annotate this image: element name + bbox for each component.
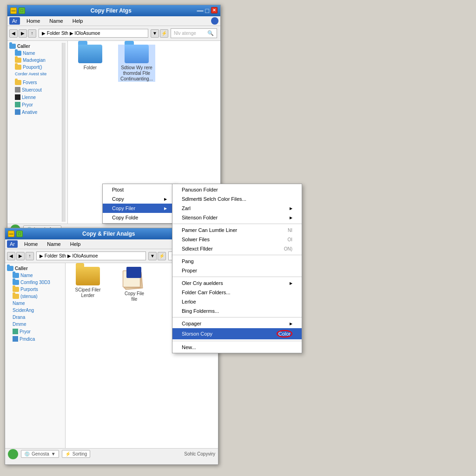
dropdown-btn-2[interactable]: ▼ xyxy=(148,252,157,260)
sidebar-1: Caller Name Madvegian Pouport() Corder A… xyxy=(7,41,68,224)
sub-sep-2 xyxy=(172,255,302,255)
up-button-1[interactable]: ↑ xyxy=(28,29,36,38)
context-menu-1: Ptost Copy Copy Filer Copy Folde xyxy=(102,184,177,224)
sidebar-w2-drana[interactable]: Drana xyxy=(7,314,63,321)
sidebar-pryor[interactable]: Pryor xyxy=(9,101,62,108)
sub-proper[interactable]: Proper xyxy=(172,266,302,275)
nav-bar-1: ◀ ▶ ↑ ▶ Folder Sth ▶ IOloAsumoe ▼ ⚡ Nlv … xyxy=(7,26,220,41)
menu-name-2[interactable]: Name xyxy=(44,240,63,248)
back-button-2[interactable]: ◀ xyxy=(7,252,15,260)
sidebar-pouport-1[interactable]: Pouport() xyxy=(9,64,62,71)
status-text-2: Sohlc Copyviry xyxy=(184,451,215,456)
sub-sdlmertti[interactable]: Sdlmertti Selch Color Files... xyxy=(172,194,302,204)
sub-oler[interactable]: Oler Criy auelders xyxy=(172,278,302,288)
folder-label-w2-1: SCiped Filer Lerder xyxy=(75,287,100,298)
sub-new[interactable]: New... xyxy=(172,343,302,352)
sort-label: Sorting xyxy=(73,451,87,456)
folder-label-2: Sdtiow Wy rere thomrdal Ftle Continuanti… xyxy=(120,65,153,82)
sidebar-w2-stenua[interactable]: (stenua) xyxy=(7,293,63,300)
sub-lerloe[interactable]: Lerloe xyxy=(172,297,302,306)
menu-home-1[interactable]: Home xyxy=(24,17,43,25)
color-circled: Color xyxy=(277,330,292,337)
menu-ar-2[interactable]: Ar xyxy=(7,240,18,248)
sidebar-w2-name2[interactable]: Name xyxy=(7,300,63,307)
drive-icon-2: 💿 xyxy=(24,451,30,456)
dropdown-btn-1[interactable]: ▼ xyxy=(151,29,159,38)
madvegian-folder-icon xyxy=(15,58,21,63)
folder-item-2[interactable]: Sdtiow Wy rere thomrdal Ftle Continuanti… xyxy=(118,45,155,82)
address-path-2: ▶ Folder Sth ▶ IOloAsumoe xyxy=(40,253,98,258)
sub-bing[interactable]: Bing Folderms... xyxy=(172,306,302,316)
folder-item-w2-2[interactable]: Copy File file xyxy=(116,267,153,302)
sidebar-w2-pryor[interactable]: Pryor xyxy=(7,328,63,335)
sub-sdlexct[interactable]: Sdlexct Fllder ON) xyxy=(172,244,302,253)
menu-help-1[interactable]: Help xyxy=(70,17,86,25)
pryor-icon-2 xyxy=(13,329,18,334)
menu-name-1[interactable]: Name xyxy=(46,17,66,25)
sub-slorson[interactable]: Slorson Copy Color xyxy=(172,328,302,339)
window-title-1: Copy Filer Atgs xyxy=(91,7,132,14)
split-btn-2[interactable]: ⚡ xyxy=(158,252,166,260)
folder-item-w2-1[interactable]: SCiped Filer Lerder xyxy=(69,267,106,298)
sub-pang[interactable]: Pang xyxy=(172,257,302,266)
search-icon-1[interactable]: 🔍 xyxy=(207,30,214,36)
sidebar-w2-sciderang[interactable]: SciderAng xyxy=(7,307,63,314)
drive-dropdown-2[interactable]: ▼ xyxy=(51,451,56,456)
status-icon-2 xyxy=(8,449,18,459)
sub-zarl[interactable]: Zarl xyxy=(172,204,302,213)
menu-ar-1[interactable]: Ar xyxy=(9,17,20,25)
pmdica-icon xyxy=(13,336,18,342)
up-button-2[interactable]: ↑ xyxy=(26,252,34,260)
sub-pamer[interactable]: Pamer Can Lumtle Liner NI xyxy=(172,225,302,235)
sidebar-section-2: Fovers Stuercout Llenne Pryor Anative xyxy=(9,79,66,116)
sub-panuson[interactable]: Panuson Folder xyxy=(172,185,302,194)
folder-label-1: Folder xyxy=(84,65,97,71)
sub-copager[interactable]: Copager xyxy=(172,319,302,328)
sidebar-w2-comfing[interactable]: Comfing 30D3 xyxy=(7,279,63,286)
ctx-copy-folde[interactable]: Copy Folde xyxy=(103,213,176,222)
sidebar-w2-name[interactable]: Name xyxy=(7,272,63,279)
minimize-button-2[interactable]: — xyxy=(8,231,14,237)
back-button-1[interactable]: ◀ xyxy=(9,29,18,38)
sub-sep-1 xyxy=(172,224,302,224)
minimize-button-1[interactable]: — xyxy=(10,7,17,14)
maximize-button-2[interactable]: □ xyxy=(16,231,23,237)
ctx-ptost[interactable]: Ptost xyxy=(103,185,176,194)
sidebar-madvegian-1[interactable]: Madvegian xyxy=(9,57,62,64)
sidebar-corder-1[interactable]: Corder Avest site xyxy=(9,71,62,77)
ctx-copy-filer[interactable]: Copy Filer xyxy=(103,204,176,213)
sub-solwer[interactable]: Solwer Files OI xyxy=(172,235,302,244)
name-folder-icon xyxy=(15,51,21,56)
folder-yellow-1 xyxy=(76,267,100,285)
forward-button-1[interactable]: ▶ xyxy=(19,29,27,38)
sort-icon: ⚡ xyxy=(65,451,71,456)
folder-item-1[interactable]: Folder xyxy=(72,45,109,71)
sidebar-caller-2: Caller xyxy=(7,265,63,272)
close-button-1[interactable]: ✕ xyxy=(211,7,218,13)
address-bar-2[interactable]: ▶ Folder Sth ▶ IOloAsumoe xyxy=(36,251,146,260)
sidebar-llenne[interactable]: Llenne xyxy=(9,93,62,101)
sidebar-stuercout[interactable]: Stuercout xyxy=(9,86,62,93)
menu-home-2[interactable]: Home xyxy=(21,240,40,248)
split-btn-1[interactable]: ⚡ xyxy=(160,29,168,38)
menu-help-2[interactable]: Help xyxy=(67,240,84,248)
address-bar-1[interactable]: ▶ Folder Sth ▶ IOloAsumoe xyxy=(39,29,148,38)
sub-folder-carr[interactable]: Folder Carr Folders... xyxy=(172,288,302,297)
sub-sitenson[interactable]: Sitenson Folder xyxy=(172,213,302,222)
sidebar-anative[interactable]: Anative xyxy=(9,108,62,116)
fovers-icon xyxy=(15,80,21,85)
ctx-copy[interactable]: Copy xyxy=(103,194,176,204)
sidebar-w2-dmme[interactable]: Dmme xyxy=(7,321,63,328)
sub-sep-4 xyxy=(172,317,302,317)
sidebar-w2-purports[interactable]: Purports xyxy=(7,286,63,293)
sidebar-w2-pmdica[interactable]: Pmdica xyxy=(7,335,63,343)
sidebar-name-1[interactable]: Name xyxy=(9,50,62,57)
sidebar-fovers[interactable]: Fovers xyxy=(9,79,62,86)
llenne-icon xyxy=(15,94,20,100)
status-bar-2: 💿 Genosta ▼ ⚡ Sorting Sohlc Copyviry xyxy=(5,448,218,459)
anative-icon xyxy=(15,109,20,115)
forward-button-2[interactable]: ▶ xyxy=(16,252,25,260)
title-bar-1: — □ Copy Filer Atgs — □ ✕ xyxy=(7,5,220,16)
search-bar-1[interactable]: Nlv atenge 🔍 xyxy=(171,28,217,38)
maximize-button-1[interactable]: □ xyxy=(19,7,25,14)
